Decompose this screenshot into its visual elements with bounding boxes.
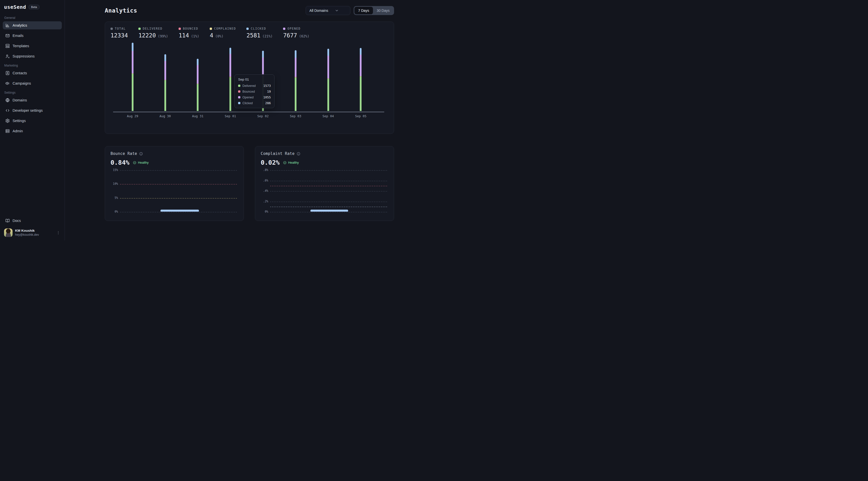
stat-delivered: DELIVERED12220(99%) (138, 27, 168, 39)
sidebar-item-emails[interactable]: Emails (3, 32, 62, 40)
stacked-bar-aug-29[interactable] (132, 43, 133, 111)
contact-icon (5, 71, 10, 75)
mail-icon (5, 33, 10, 38)
bar-segment-opened (197, 65, 199, 84)
gridline (120, 212, 238, 213)
bar-segment-clicked (164, 54, 166, 61)
complaint-rate-title: Complaint Rate (261, 151, 294, 156)
stat-value: 114 (179, 32, 189, 39)
sidebar-nav: GeneralAnalyticsEmailsTemplatesSuppressi… (3, 12, 62, 137)
range-7-days[interactable]: 7 Days (354, 7, 373, 14)
tooltip-label: Clicked (242, 101, 263, 105)
tooltip-dot (238, 102, 240, 104)
bounce-rate-bar[interactable] (160, 210, 199, 212)
stat-dot-complained (210, 28, 212, 30)
stacked-bar-aug-30[interactable] (164, 54, 166, 111)
stat-dot-clicked (246, 28, 249, 30)
domain-filter-select[interactable]: All Domains (306, 6, 350, 15)
bar-segment-clicked (262, 51, 264, 58)
globe-icon (5, 98, 10, 102)
user-email: hey@koushik.dev (15, 233, 39, 237)
bar-segment-delivered (132, 73, 133, 111)
stacked-bar-sep-04[interactable] (327, 49, 329, 111)
x-tick-label: Aug 29 (127, 114, 138, 118)
tooltip-title: Sep 01 (238, 77, 271, 81)
gridline (120, 184, 238, 185)
bar-segment-delivered (197, 84, 199, 111)
bar-chart-icon (5, 23, 10, 28)
bar-segment-delivered (360, 76, 362, 111)
y-tick-label: 5% (111, 196, 118, 200)
sidebar-item-analytics[interactable]: Analytics (3, 21, 62, 29)
sidebar-item-suppressions[interactable]: Suppressions (3, 52, 62, 60)
stat-total: TOTAL12334 (111, 27, 128, 39)
tooltip-row-delivered: Delivered1573 (238, 84, 271, 88)
y-tick-label: 0% (261, 210, 268, 214)
complaint-rate-bar[interactable] (310, 210, 348, 212)
y-tick-label: .2% (261, 200, 268, 203)
sidebar-item-templates[interactable]: Templates (3, 42, 62, 50)
bar-segment-opened (164, 61, 166, 80)
rate-cards-row: Bounce Rate0.84%Healthy15%10%5%0%Complai… (105, 146, 394, 221)
page-header: Analytics All Domains 7 Days 30 Days (105, 6, 394, 15)
bar-segment-opened (327, 56, 329, 78)
range-30-days[interactable]: 30 Days (373, 7, 393, 14)
bounce-rate-title: Bounce Rate (111, 151, 137, 156)
gridline (270, 181, 388, 181)
bar-segment-opened (360, 55, 362, 76)
stacked-bar-sep-05[interactable] (360, 48, 362, 111)
stat-label: COMPLAINED (214, 27, 236, 30)
bar-segment-delivered (294, 77, 297, 111)
gridline (270, 191, 388, 192)
gridline (270, 170, 388, 171)
stacked-bar-aug-31[interactable] (197, 59, 199, 111)
gridline (270, 206, 388, 207)
stat-dot-total (111, 28, 113, 30)
y-tick-label: .6% (261, 179, 268, 182)
bar-segment-opened (229, 54, 231, 77)
stat-clicked: CLICKED2581(21%) (246, 27, 273, 39)
user-menu-kebab-icon[interactable] (56, 230, 61, 235)
section-label-general: General (4, 16, 60, 20)
sidebar-item-admin[interactable]: Admin (3, 127, 62, 135)
stat-percent: (1%) (191, 34, 199, 38)
sidebar-item-contacts[interactable]: Contacts (3, 69, 62, 77)
info-icon[interactable] (139, 152, 143, 156)
bounce-rate-value: 0.84% (111, 159, 129, 166)
tooltip-row-bounced: Bounced19 (238, 90, 271, 93)
email-events-chart: Aug 29Aug 30Aug 31Sep 01Sep 02Sep 03Sep … (111, 42, 388, 126)
gear-icon (5, 119, 10, 123)
stat-dot-opened (283, 28, 285, 30)
check-circle-icon (133, 161, 136, 164)
sidebar-item-settings[interactable]: Settings (3, 117, 62, 125)
domain-filter-value: All Domains (309, 8, 328, 12)
bounce-rate-card: Bounce Rate0.84%Healthy15%10%5%0% (105, 146, 244, 221)
stat-label: BOUNCED (183, 27, 198, 30)
x-tick-label: Aug 30 (159, 114, 171, 118)
user-row[interactable]: KM Koushik hey@koushik.dev (3, 227, 62, 237)
tooltip-label: Delivered (242, 84, 261, 88)
gridline (120, 170, 238, 171)
sidebar-item-campaigns[interactable]: Campaigns (3, 79, 62, 87)
info-icon[interactable] (297, 152, 300, 156)
docs-label: Docs (12, 219, 21, 223)
gridline (120, 198, 238, 199)
sidebar-item-docs[interactable]: Docs (3, 217, 62, 225)
x-tick-label: Sep 03 (290, 114, 301, 118)
stacked-bar-sep-01[interactable] (229, 48, 231, 111)
x-axis-labels: Aug 29Aug 30Aug 31Sep 01Sep 02Sep 03Sep … (113, 114, 384, 118)
y-tick-label: .4% (261, 189, 268, 193)
bar-segment-clicked (132, 43, 133, 51)
sidebar-item-domains[interactable]: Domains (3, 96, 62, 104)
sidebar-item-developer-settings[interactable]: Developer settings (3, 106, 62, 115)
healthy-badge: Healthy (133, 161, 149, 164)
stacked-bar-sep-03[interactable] (294, 50, 297, 111)
x-axis-line (113, 112, 384, 112)
server-icon (5, 129, 10, 133)
sidebar-item-label: Contacts (12, 71, 27, 75)
stat-percent: (0%) (215, 34, 223, 38)
tooltip-dot (238, 90, 240, 93)
sidebar-item-label: Templates (12, 44, 29, 48)
megaphone-icon (5, 81, 10, 86)
stat-value: 2581 (246, 32, 260, 39)
